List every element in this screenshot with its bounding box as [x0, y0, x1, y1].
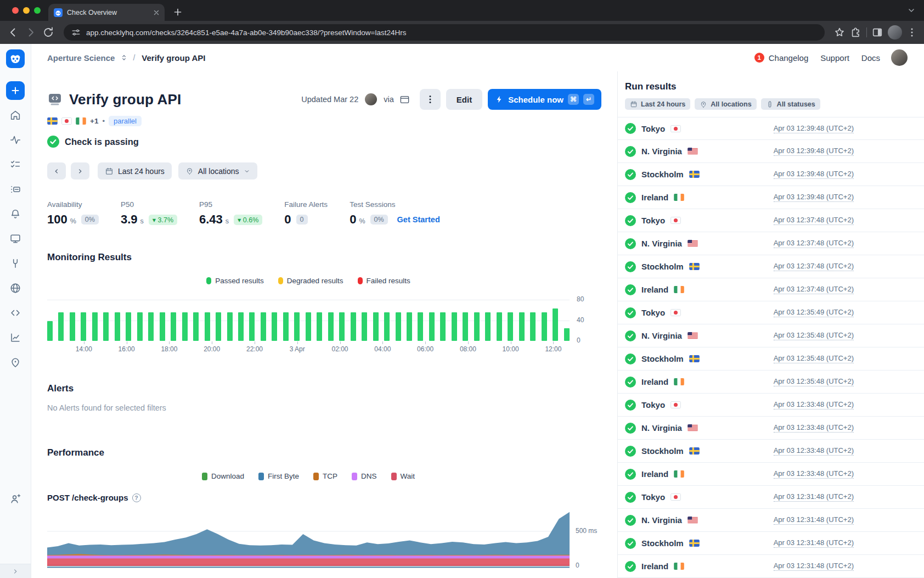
sidebar-item-dashboards[interactable]	[5, 229, 25, 249]
run-result-row[interactable]: TokyoApr 03 12:35:49 (UTC+2)	[618, 301, 924, 324]
run-timestamp-link[interactable]: Apr 03 12:33:48 (UTC+2)	[774, 423, 854, 433]
get-started-link[interactable]: Get Started	[397, 215, 440, 224]
sidebar-item-cli[interactable]	[5, 303, 25, 323]
globe-icon	[9, 282, 21, 294]
run-timestamp-link[interactable]: Apr 03 12:35:48 (UTC+2)	[774, 331, 854, 340]
url-bar[interactable]: app.checklyhq.com/checks/3264c851-e5ae-4…	[64, 24, 825, 41]
side-panel-icon[interactable]	[871, 26, 883, 38]
schedule-now-button[interactable]: Schedule now ⌘ ↵	[488, 89, 601, 110]
more-options-button[interactable]	[420, 89, 441, 110]
window-controls[interactable]	[12, 7, 41, 14]
run-result-row[interactable]: TokyoApr 03 12:31:48 (UTC+2)	[618, 486, 924, 509]
run-timestamp-link[interactable]: Apr 03 12:37:48 (UTC+2)	[774, 262, 854, 271]
run-result-row[interactable]: TokyoApr 03 12:37:48 (UTC+2)	[618, 209, 924, 232]
topbar-link-support[interactable]: Support	[820, 53, 849, 63]
next-window-button[interactable]	[71, 162, 89, 179]
locations-filter[interactable]: All locations	[178, 162, 257, 179]
back-button[interactable]	[7, 26, 20, 39]
monitoring-chart[interactable]: 8040014:0016:0018:0020:0022:003 Apr02:00…	[47, 300, 601, 355]
site-settings-icon[interactable]	[71, 28, 81, 37]
run-result-row[interactable]: IrelandApr 03 12:33:48 (UTC+2)	[618, 463, 924, 486]
filter-chip-all-locations[interactable]: All locations	[695, 98, 756, 110]
run-result-row[interactable]: StockholmApr 03 12:39:48 (UTC+2)	[618, 163, 924, 186]
create-new-button[interactable]	[6, 81, 25, 100]
run-result-row[interactable]: IrelandApr 03 12:31:48 (UTC+2)	[618, 555, 924, 578]
sidebar-expand-button[interactable]	[0, 564, 31, 578]
run-result-row[interactable]: TokyoApr 03 12:33:48 (UTC+2)	[618, 394, 924, 417]
bookmark-star-icon[interactable]	[833, 26, 846, 38]
edit-button[interactable]: Edit	[446, 89, 482, 110]
sidebar-item-status-pages[interactable]	[5, 352, 25, 372]
tab-close-icon[interactable]	[154, 10, 159, 15]
run-result-row[interactable]: StockholmApr 03 12:31:48 (UTC+2)	[618, 532, 924, 555]
browser-tab[interactable]: Check Overview	[48, 4, 165, 21]
run-result-row[interactable]: IrelandApr 03 12:39:48 (UTC+2)	[618, 186, 924, 209]
run-result-row[interactable]: StockholmApr 03 12:33:48 (UTC+2)	[618, 440, 924, 463]
browser-menu-icon[interactable]	[906, 27, 917, 38]
run-result-row[interactable]: N. VirginiaApr 03 12:39:48 (UTC+2)	[618, 140, 924, 163]
run-result-row[interactable]: N. VirginiaApr 03 12:31:48 (UTC+2)	[618, 509, 924, 532]
run-timestamp-link[interactable]: Apr 03 12:31:48 (UTC+2)	[774, 492, 854, 502]
performance-chart[interactable]: 500 ms0	[47, 511, 601, 568]
run-result-row[interactable]: N. VirginiaApr 03 12:37:48 (UTC+2)	[618, 232, 924, 255]
tab-search-chevron-icon[interactable]	[908, 7, 915, 14]
run-timestamp-link[interactable]: Apr 03 12:35:48 (UTC+2)	[774, 354, 854, 363]
run-timestamp-link[interactable]: Apr 03 12:31:48 (UTC+2)	[774, 538, 854, 548]
new-tab-button[interactable]	[172, 7, 183, 18]
response-time-area-chart[interactable]	[47, 511, 570, 568]
window-close-button[interactable]	[12, 7, 19, 14]
user-avatar[interactable]	[891, 49, 908, 66]
run-result-row[interactable]: N. VirginiaApr 03 12:35:48 (UTC+2)	[618, 324, 924, 347]
invite-user-button[interactable]	[5, 489, 25, 509]
run-result-row[interactable]: IrelandApr 03 12:35:48 (UTC+2)	[618, 371, 924, 394]
run-timestamp-link[interactable]: Apr 03 12:39:48 (UTC+2)	[774, 124, 854, 133]
time-range-filter[interactable]: Last 24 hours	[98, 162, 172, 179]
prev-window-button[interactable]	[47, 162, 66, 179]
window-minimize-button[interactable]	[23, 7, 30, 14]
calendar-icon	[105, 167, 114, 176]
run-result-row[interactable]: IrelandApr 03 12:37:48 (UTC+2)	[618, 278, 924, 301]
help-icon[interactable]: ?	[132, 493, 141, 502]
breadcrumb-account[interactable]: Aperture Science	[47, 53, 115, 63]
filter-chip-all-statuses[interactable]: All statuses	[761, 98, 820, 110]
sidebar-item-monitoring[interactable]	[5, 130, 25, 150]
run-timestamp-link[interactable]: Apr 03 12:33:48 (UTC+2)	[774, 446, 854, 456]
run-timestamp-link[interactable]: Apr 03 12:31:48 (UTC+2)	[774, 515, 854, 525]
run-result-row[interactable]: StockholmApr 03 12:35:48 (UTC+2)	[618, 347, 924, 371]
sidebar-item-maintenance[interactable]	[5, 254, 25, 273]
updated-by-avatar[interactable]	[365, 93, 377, 105]
topbar-link-docs[interactable]: Docs	[861, 53, 880, 63]
run-timestamp-link[interactable]: Apr 03 12:37:48 (UTC+2)	[774, 239, 854, 248]
filter-chip-last-24-hours[interactable]: Last 24 hours	[625, 98, 690, 110]
run-timestamp-link[interactable]: Apr 03 12:37:48 (UTC+2)	[774, 285, 854, 294]
url-text[interactable]: app.checklyhq.com/checks/3264c851-e5ae-4…	[86, 29, 407, 37]
run-result-row[interactable]: StockholmApr 03 12:37:48 (UTC+2)	[618, 255, 924, 278]
sidebar-item-home[interactable]	[5, 105, 25, 125]
sidebar-item-analytics[interactable]	[5, 328, 25, 347]
run-timestamp-link[interactable]: Apr 03 12:33:48 (UTC+2)	[774, 400, 854, 409]
extensions-icon[interactable]	[850, 26, 862, 38]
run-timestamp-link[interactable]: Apr 03 12:33:48 (UTC+2)	[774, 469, 854, 479]
stat-trend-badge: 0%	[81, 215, 99, 225]
run-timestamp-link[interactable]: Apr 03 12:39:48 (UTC+2)	[774, 170, 854, 179]
run-timestamp-link[interactable]: Apr 03 12:39:48 (UTC+2)	[774, 193, 854, 202]
browser-profile-avatar[interactable]	[888, 25, 902, 40]
run-timestamp-link[interactable]: Apr 03 12:37:48 (UTC+2)	[774, 216, 854, 225]
run-result-row[interactable]: N. VirginiaApr 03 12:33:48 (UTC+2)	[618, 417, 924, 440]
sidebar-item-checks[interactable]	[5, 155, 25, 175]
run-timestamp-link[interactable]: Apr 03 12:31:48 (UTC+2)	[774, 562, 854, 571]
run-timestamp-link[interactable]: Apr 03 12:35:49 (UTC+2)	[774, 308, 854, 317]
run-timestamp-link[interactable]: Apr 03 12:35:48 (UTC+2)	[774, 377, 854, 386]
forward-button[interactable]	[24, 26, 37, 39]
checkly-logo[interactable]	[6, 49, 25, 68]
window-zoom-button[interactable]	[34, 7, 41, 14]
run-timestamp-link[interactable]: Apr 03 12:39:48 (UTC+2)	[774, 147, 854, 156]
sidebar-item-alerts[interactable]	[5, 204, 25, 224]
reload-button[interactable]	[42, 26, 55, 39]
sidebar-item-groups[interactable]	[5, 179, 25, 199]
run-result-row[interactable]: TokyoApr 03 12:39:48 (UTC+2)	[618, 117, 924, 140]
sidebar-item-private-locations[interactable]	[5, 278, 25, 298]
x-axis-tick	[340, 341, 341, 344]
topbar-link-changelog[interactable]: Changelog	[769, 53, 809, 63]
account-switcher-icon[interactable]	[120, 53, 128, 62]
